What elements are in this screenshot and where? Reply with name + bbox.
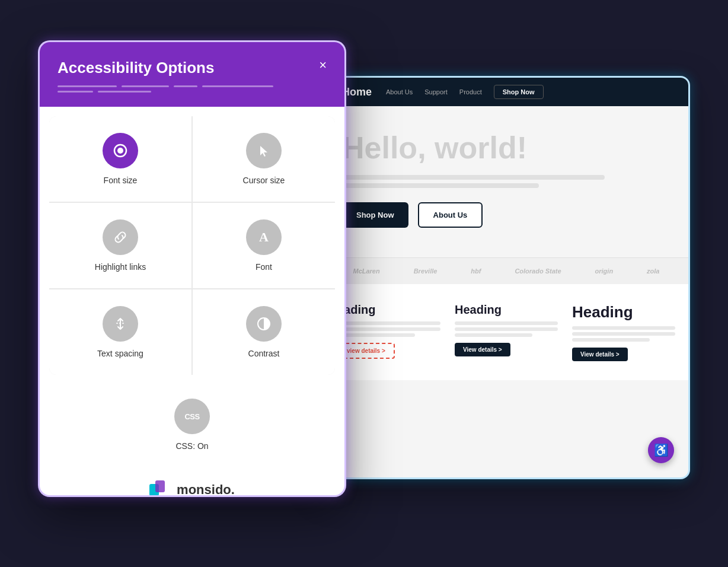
panel-header: Accessibility Options ×: [40, 42, 344, 107]
option-font[interactable]: A Font: [193, 203, 335, 288]
panel-footer: monsido.: [40, 467, 344, 497]
card-2: Heading View details >: [448, 296, 565, 368]
website-cards: eading view details > Heading View detai…: [324, 284, 688, 380]
monsido-text: monsido.: [177, 482, 235, 497]
nav-shop-button[interactable]: Shop Now: [494, 85, 544, 99]
options-grid: Font size Cursor size: [49, 116, 335, 375]
header-line-3: [174, 85, 197, 87]
header-line-6: [98, 91, 151, 93]
card-3-heading: Heading: [572, 303, 675, 321]
font-size-label: Font size: [104, 176, 138, 185]
logo-mclaren: McLaren: [353, 267, 379, 275]
a11y-widget-button[interactable]: ♿: [648, 437, 674, 463]
hero-line-2: [342, 183, 539, 188]
option-highlight-links[interactable]: Highlight links: [49, 203, 191, 288]
option-font-size[interactable]: Font size: [49, 116, 191, 202]
option-text-spacing[interactable]: Text spacing: [49, 289, 191, 375]
logo-hbf: hbf: [471, 267, 481, 275]
panel-header-lines: [58, 85, 327, 93]
header-line-1: [58, 85, 117, 87]
card-2-btn[interactable]: View details >: [455, 343, 510, 356]
svg-rect-4: [155, 480, 165, 492]
contrast-icon: [246, 306, 282, 342]
logo-breville: Breville: [414, 267, 438, 275]
header-line-4: [202, 85, 273, 87]
highlight-links-icon: [103, 219, 138, 255]
card-1-heading: eading: [337, 303, 440, 317]
website-hero: Hello, world! Shop Now About Us: [324, 106, 688, 257]
card-1: eading view details >: [330, 296, 448, 368]
option-cursor-size[interactable]: Cursor size: [193, 116, 335, 202]
css-label: CSS: On: [175, 441, 208, 451]
svg-point-1: [117, 148, 123, 154]
text-spacing-icon: [103, 306, 138, 342]
a11y-icon: ♿: [654, 443, 669, 457]
font-label: Font: [256, 262, 272, 272]
hero-line-1: [342, 175, 605, 180]
hero-about-button[interactable]: About Us: [418, 202, 483, 228]
nav-link-support: Support: [424, 88, 448, 95]
accessibility-panel: Accessibility Options ×: [38, 40, 346, 497]
logo-strip: McLaren Breville hbf Colorado State orig…: [324, 257, 688, 284]
font-size-icon: [103, 133, 138, 168]
hero-shop-button[interactable]: Shop Now: [342, 202, 408, 228]
monsido-brand: monsido.: [149, 479, 235, 497]
options-grid-bottom: CSS CSS: On: [49, 384, 335, 465]
hero-buttons: Shop Now About Us: [342, 202, 670, 228]
header-line-2: [122, 85, 169, 87]
logo-zola: zola: [647, 267, 659, 275]
header-line-5: [58, 91, 93, 93]
highlight-links-label: Highlight links: [95, 262, 146, 272]
monsido-icon: [149, 479, 171, 497]
option-css[interactable]: CSS CSS: On: [49, 384, 335, 465]
contrast-label: Contrast: [248, 349, 280, 358]
text-spacing-label: Text spacing: [97, 349, 143, 358]
website-mockup: Home About Us Support Product Shop Now H…: [323, 76, 690, 479]
nav-links: About Us Support Product Shop Now: [386, 85, 670, 99]
website-nav: Home About Us Support Product Shop Now: [324, 78, 688, 106]
panel-close-button[interactable]: ×: [319, 59, 327, 72]
card-3-btn[interactable]: View details >: [572, 348, 628, 361]
cursor-size-label: Cursor size: [243, 176, 285, 185]
card-2-heading: Heading: [455, 303, 558, 317]
panel-title: Accessibility Options: [58, 59, 214, 77]
nav-link-product: Product: [459, 88, 482, 95]
option-contrast[interactable]: Contrast: [193, 289, 335, 375]
hero-lines: [342, 175, 670, 188]
logo-origin: origin: [595, 267, 614, 275]
font-icon: A: [246, 219, 282, 255]
cursor-size-icon: [246, 133, 282, 168]
hero-title: Hello, world!: [342, 130, 670, 165]
card-3: Heading View details >: [565, 296, 682, 368]
nav-link-about: About Us: [386, 88, 413, 95]
nav-home: Home: [342, 86, 372, 98]
logo-colorado: Colorado State: [515, 267, 561, 275]
css-icon: CSS: [174, 399, 210, 434]
